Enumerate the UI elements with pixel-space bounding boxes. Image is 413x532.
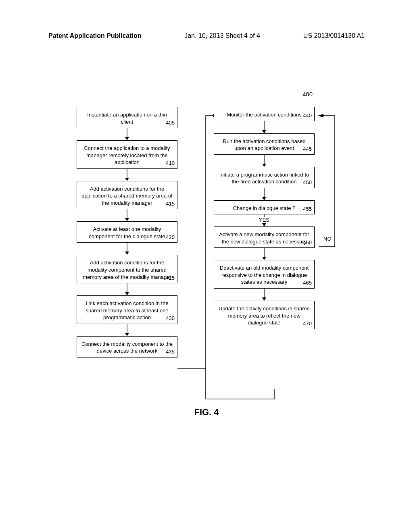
- step-text: Run the activation conditions based upon…: [223, 138, 305, 152]
- step-415: Add activation conditions for the applic…: [77, 181, 177, 210]
- step-text: Initiate a programmatic action linked to…: [219, 172, 309, 185]
- arrow-down-icon: [261, 248, 268, 260]
- step-number: 450: [303, 179, 312, 186]
- publication-number: US 2013/0014130 A1: [303, 32, 365, 39]
- step-425: Add activation conditions for the modali…: [77, 255, 177, 283]
- step-text: Add activation conditions for the modali…: [83, 260, 171, 280]
- step-number: 455: [303, 206, 312, 213]
- step-405: Instantiate an application on a thin cli…: [77, 107, 177, 128]
- step-470: Update the activity conditions in shared…: [214, 301, 315, 329]
- arrow-down-icon: [123, 243, 131, 255]
- step-445: Run the activation conditions based upon…: [214, 133, 315, 155]
- header-center: Jan. 10, 2013 Sheet 4 of 4: [184, 32, 260, 39]
- step-number: 410: [166, 160, 175, 167]
- figure-caption: FIG. 4: [0, 407, 413, 418]
- arrow-down-icon: [123, 209, 131, 221]
- arrow-down-icon: [123, 169, 131, 181]
- step-text: Instantiate an application on a thin cli…: [87, 112, 167, 125]
- arrow-down-icon: [123, 283, 131, 295]
- step-number: 465: [303, 279, 312, 287]
- step-text: Add activation conditions for the applic…: [81, 186, 172, 206]
- step-440: Monitor the activation conditions 440: [214, 107, 315, 121]
- step-420: Activate at least one modality component…: [77, 221, 177, 243]
- step-text: Link each activation condition in the sh…: [86, 300, 168, 320]
- step-text: Monitor the activation conditions: [227, 112, 302, 118]
- arrow-down-icon: [123, 128, 131, 140]
- step-text: Activate a new modality component for th…: [219, 231, 309, 245]
- step-number: 435: [166, 348, 175, 355]
- arrow-down-icon: [261, 155, 268, 167]
- arrow-down-icon: [261, 121, 268, 133]
- step-450: Initiate a programmatic action linked to…: [214, 167, 315, 188]
- step-text: Update the activity conditions in shared…: [219, 305, 310, 326]
- step-number: 445: [303, 145, 312, 153]
- step-number: 405: [166, 119, 175, 127]
- arrow-down-icon: [261, 188, 268, 200]
- step-number: 415: [166, 200, 175, 208]
- step-number: 470: [303, 320, 312, 327]
- step-430: Link each activation condition in the sh…: [77, 295, 177, 324]
- flowchart: Instantiate an application on a thin cli…: [73, 107, 339, 357]
- step-number: 460: [303, 239, 312, 246]
- page-header: Patent Application Publication Jan. 10, …: [48, 32, 365, 39]
- step-number: 420: [166, 234, 175, 241]
- step-number: 440: [303, 112, 312, 119]
- step-460: Activate a new modality component for th…: [214, 227, 315, 248]
- step-465: Deactivate an old modality component res…: [214, 260, 315, 289]
- step-text: Change in dialogue state ?: [233, 205, 296, 211]
- step-text: Activate at least one modality component…: [89, 226, 165, 239]
- step-text: Connect the modality component to the de…: [81, 341, 173, 354]
- step-text: Connect the application to a modality ma…: [84, 145, 170, 165]
- step-410: Connect the application to a modality ma…: [77, 140, 177, 169]
- step-435: Connect the modality component to the de…: [77, 336, 177, 357]
- step-number: 430: [166, 315, 175, 322]
- no-label: NO: [323, 236, 332, 242]
- header-left: Patent Application Publication: [48, 32, 142, 39]
- right-column: Monitor the activation conditions 440 Ru…: [210, 107, 319, 329]
- arrow-down-icon: [261, 289, 268, 301]
- arrow-down-icon: [123, 324, 131, 336]
- figure-reference-number: 400: [302, 91, 313, 98]
- yes-label: YES: [258, 217, 270, 223]
- step-number: 425: [166, 274, 175, 282]
- left-column: Instantiate an application on a thin cli…: [73, 107, 181, 357]
- step-text: Deactivate an old modality component res…: [220, 265, 309, 285]
- step-455-decision: Change in dialogue state ? 455: [214, 200, 315, 215]
